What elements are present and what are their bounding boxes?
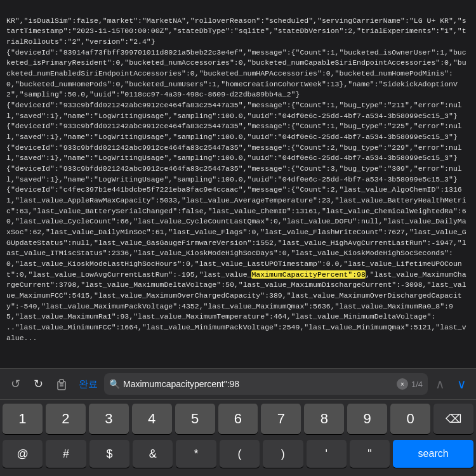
keyboard: 1234567890⌫ @#$&*()'"search: [0, 400, 476, 476]
text-after: ,"last_value_MaximumChargeCurrent":3798,…: [6, 270, 466, 342]
sym-key-x[interactable]: ': [307, 440, 347, 468]
num-key-4[interactable]: 4: [132, 404, 172, 434]
num-key-9[interactable]: 9: [347, 404, 387, 434]
sym-key-x[interactable]: ): [263, 440, 303, 468]
search-button[interactable]: search: [393, 440, 473, 468]
sym-key-x[interactable]: &: [133, 440, 173, 468]
svg-rect-1: [60, 380, 63, 383]
search-bar: 🔍 Maximumcapacitypercent":98 × 1/4: [104, 373, 428, 395]
sym-key-x[interactable]: #: [46, 440, 86, 468]
num-key-8[interactable]: 8: [304, 404, 344, 434]
sym-key-x[interactable]: ": [350, 440, 390, 468]
num-key-1[interactable]: 1: [3, 404, 43, 434]
sym-key-x[interactable]: (: [220, 440, 260, 468]
search-result-count: 1/4: [411, 380, 423, 389]
paste-icon: [55, 377, 69, 391]
search-icon: 🔍: [109, 379, 120, 389]
num-key-5[interactable]: 5: [175, 404, 215, 434]
sym-key-x[interactable]: @: [3, 440, 43, 468]
done-button[interactable]: 완료: [75, 374, 102, 394]
sym-key-x[interactable]: $: [89, 440, 129, 468]
json-text-body: KR","isDualSim":false,"market":"MarketNA…: [0, 0, 476, 368]
num-key-6[interactable]: 6: [218, 404, 258, 434]
text-before: KR","isDualSim":false,"market":"MarketNA…: [6, 17, 466, 279]
text-content-area: KR","isDualSim":false,"market":"MarketNA…: [0, 0, 476, 368]
num-key-0[interactable]: 0: [390, 404, 430, 434]
symbol-row: @#$&*()'"search: [0, 438, 476, 475]
search-clear-button[interactable]: ×: [397, 378, 408, 390]
sym-key-x[interactable]: *: [176, 440, 216, 468]
num-key-7[interactable]: 7: [261, 404, 301, 434]
number-row: 1234567890⌫: [0, 400, 476, 438]
search-input[interactable]: Maximumcapacitypercent":98: [123, 379, 393, 389]
num-key-2[interactable]: 2: [46, 404, 86, 434]
toolbar: ↺ ↻ 완료 🔍 Maximumcapacitypercent":98 × 1/…: [0, 368, 476, 400]
search-next-button[interactable]: ∨: [452, 374, 471, 393]
undo-button[interactable]: ↺: [5, 374, 25, 394]
delete-key[interactable]: ⌫: [433, 404, 473, 434]
highlighted-text: MaximumCapacityPercent":98: [251, 270, 365, 279]
search-prev-button[interactable]: ∧: [430, 374, 449, 393]
num-key-3[interactable]: 3: [89, 404, 129, 434]
redo-button[interactable]: ↻: [28, 374, 48, 394]
paste-button[interactable]: [52, 374, 71, 393]
